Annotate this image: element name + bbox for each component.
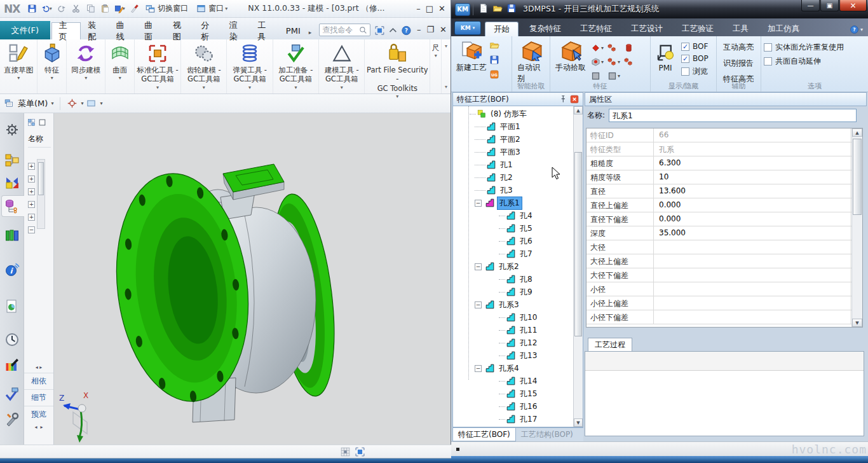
display-BOP-checkbox[interactable]: ✓BOP	[681, 54, 709, 63]
property-value[interactable]: 13.600	[654, 184, 851, 198]
tree-scrollbar[interactable]: ▲ ▼	[573, 106, 583, 427]
expander-minus[interactable]: −	[475, 365, 482, 372]
copy-button[interactable]	[84, 3, 97, 15]
window-menu-button[interactable]: 窗口▾	[193, 3, 231, 15]
web-browser-icon[interactable]: i	[4, 262, 20, 277]
pin-icon[interactable]	[559, 95, 567, 104]
feature-pick-cube-pair[interactable]	[624, 57, 641, 67]
tree-item-孔9[interactable]: 孔9	[453, 286, 573, 298]
km-close-button[interactable]: ✕	[839, 0, 867, 11]
doc-minimize-button[interactable]: –	[417, 25, 421, 34]
assembly-navigator-icon[interactable]	[4, 153, 20, 168]
navigator-expander[interactable]: +	[28, 163, 35, 170]
panel-window-icon[interactable]	[38, 118, 46, 127]
tree-item-孔6[interactable]: 孔6	[453, 235, 573, 247]
constraint-navigator-icon[interactable]	[4, 174, 20, 190]
save-file-button[interactable]	[506, 3, 517, 15]
option-共面自动延伸-checkbox[interactable]: 共面自动延伸	[764, 56, 844, 67]
expander-minus[interactable]: −	[475, 301, 482, 308]
km-tab-工艺设计[interactable]: 工艺设计	[623, 22, 671, 36]
open-file-button[interactable]	[492, 3, 503, 15]
nx-maximize-button[interactable]: □	[426, 4, 433, 13]
expander-minus[interactable]: −	[475, 200, 482, 207]
tree-item-平面2[interactable]: 平面2	[453, 133, 573, 146]
property-value[interactable]: 6.300	[654, 156, 851, 170]
property-value[interactable]	[654, 310, 851, 324]
km-tab-复杂特征[interactable]: 复杂特征	[521, 22, 569, 36]
navigator-expander[interactable]: +	[28, 188, 35, 195]
nx-file-menu-button[interactable]: 文件(F)	[0, 21, 50, 39]
snapshot-icon[interactable]	[340, 446, 351, 457]
doc-restore-button[interactable]: ❐	[426, 25, 434, 34]
doc-close-button[interactable]: ✕	[440, 25, 447, 34]
tree-tab-工艺结构(BOP)[interactable]: 工艺结构(BOP)	[516, 428, 578, 441]
switch-window-button[interactable]: 切换窗口	[142, 3, 191, 15]
new-process-button[interactable]: 新建工艺	[454, 38, 489, 74]
tab-装配[interactable]: 装配	[81, 22, 109, 39]
km-maximize-button[interactable]: ▣	[820, 0, 839, 11]
property-value[interactable]	[654, 240, 851, 254]
km-tab-加工仿真[interactable]: 加工仿真	[759, 22, 808, 36]
save-button[interactable]	[25, 3, 38, 15]
property-value[interactable]	[654, 296, 851, 310]
km-tab-工艺特征[interactable]: 工艺特征	[572, 22, 620, 36]
tree-item-孔8[interactable]: 孔8	[453, 273, 573, 286]
feature-tree[interactable]: (8) 仿形车平面1平面2平面3孔1孔2孔3−孔系1孔4孔5孔6孔7−孔系2孔8…	[452, 106, 583, 427]
open-process-icon[interactable]	[489, 40, 499, 52]
property-value[interactable]: 0.000	[654, 212, 851, 226]
tools-icon[interactable]	[4, 412, 20, 427]
nx-close-button[interactable]: ✕	[438, 4, 445, 13]
ribbon-group-弹簧工具 -[interactable]: 弹簧工具 - GC工具箱▾	[227, 39, 273, 93]
tree-item-(8) 仿形车[interactable]: (8) 仿形车	[453, 107, 573, 120]
tree-item-孔系4[interactable]: −孔系4	[453, 362, 573, 375]
redo-button[interactable]	[55, 3, 67, 15]
property-value[interactable]	[654, 268, 851, 282]
dependencies-label[interactable]: 相依	[24, 373, 53, 387]
tab-渲染[interactable]: 渲染	[222, 22, 251, 39]
km-minimize-button[interactable]: —	[801, 0, 820, 11]
property-value[interactable]	[654, 254, 851, 268]
property-value[interactable]: 35.000	[654, 226, 851, 240]
tree-item-平面1[interactable]: 平面1	[453, 120, 573, 133]
ribbon-group-建模工具 -[interactable]: 建模工具 - GC工具箱▾	[319, 39, 365, 93]
details-label[interactable]: 细节	[24, 389, 53, 403]
window-display-icon[interactable]	[355, 446, 365, 457]
point-snap-dropdown[interactable]: ▾	[67, 98, 83, 109]
nx-3d-viewport[interactable]: Z X Y	[54, 113, 451, 445]
tree-item-孔系1[interactable]: −孔系1	[453, 197, 573, 209]
hd3d-report-icon[interactable]	[4, 299, 20, 314]
part-navigator-icon[interactable]	[4, 198, 20, 214]
expander-minus[interactable]: −	[475, 263, 482, 270]
feature-pick-gray-square[interactable]: ▾	[607, 71, 624, 81]
ribbon-overflow[interactable]: ▾▾	[442, 39, 451, 93]
tree-item-孔10[interactable]: 孔10	[453, 311, 573, 324]
nx-minimize-button[interactable]: –	[416, 4, 421, 13]
tab-视图[interactable]: 视图	[166, 22, 194, 39]
ribbon-group-特征[interactable]: 特征▾	[37, 39, 67, 93]
property-value[interactable]	[654, 282, 851, 296]
tree-item-孔16[interactable]: 孔16	[453, 400, 573, 413]
fullscreen-icon[interactable]	[374, 25, 385, 36]
ribbon-group-尺[interactable]: 尺▾	[430, 39, 442, 93]
pmi-button[interactable]: PMI	[653, 38, 677, 74]
history-icon[interactable]	[4, 332, 20, 347]
ribbon-group-标准化工具 -[interactable]: 标准化工具 - GC工具箱▾	[135, 39, 181, 93]
navigator-expander[interactable]: +	[28, 176, 35, 183]
save-process-icon[interactable]	[489, 55, 499, 67]
ug-part-icon[interactable]: UG	[489, 69, 499, 81]
tree-item-孔3[interactable]: 孔3	[453, 184, 573, 197]
reuse-library-icon[interactable]	[4, 228, 20, 243]
tree-tab-特征工艺(BOF)[interactable]: 特征工艺(BOF)	[452, 428, 516, 441]
tab-分析[interactable]: 分析	[194, 22, 222, 39]
more-tabs-chevron-icon[interactable]: ▸	[308, 29, 315, 39]
ribbon-group-加工准备 -[interactable]: 加工准备 - GC工具箱▾	[273, 39, 319, 93]
paste-button[interactable]	[98, 3, 111, 15]
manual-pick-button[interactable]: 手动拾取	[553, 38, 588, 74]
collapse-ribbon-icon[interactable]	[388, 25, 398, 36]
property-value[interactable]: 10	[654, 170, 851, 184]
feature-pick-cube-pair[interactable]	[607, 43, 624, 53]
km-tab-开始[interactable]: 开始	[485, 22, 519, 36]
tab-工具[interactable]: 工具	[250, 22, 279, 39]
panel-filter-icon[interactable]	[27, 118, 36, 127]
tree-item-孔7[interactable]: 孔7	[453, 247, 573, 260]
